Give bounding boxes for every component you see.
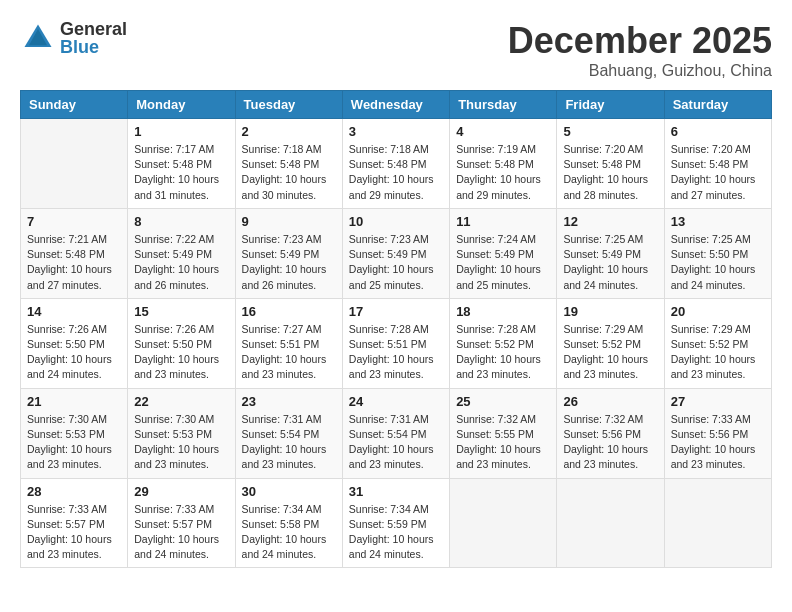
day-number: 15	[134, 304, 228, 319]
day-info: Sunrise: 7:20 AMSunset: 5:48 PMDaylight:…	[563, 142, 657, 203]
day-number: 4	[456, 124, 550, 139]
day-info: Sunrise: 7:30 AMSunset: 5:53 PMDaylight:…	[134, 412, 228, 473]
weekday-header: Tuesday	[235, 91, 342, 119]
day-number: 10	[349, 214, 443, 229]
weekday-header: Saturday	[664, 91, 771, 119]
day-info: Sunrise: 7:34 AMSunset: 5:59 PMDaylight:…	[349, 502, 443, 563]
calendar-day-cell: 8Sunrise: 7:22 AMSunset: 5:49 PMDaylight…	[128, 208, 235, 298]
weekday-header: Thursday	[450, 91, 557, 119]
calendar-day-cell: 18Sunrise: 7:28 AMSunset: 5:52 PMDayligh…	[450, 298, 557, 388]
day-number: 14	[27, 304, 121, 319]
calendar-day-cell: 6Sunrise: 7:20 AMSunset: 5:48 PMDaylight…	[664, 119, 771, 209]
day-info: Sunrise: 7:33 AMSunset: 5:57 PMDaylight:…	[134, 502, 228, 563]
day-number: 2	[242, 124, 336, 139]
day-number: 11	[456, 214, 550, 229]
calendar-week-row: 14Sunrise: 7:26 AMSunset: 5:50 PMDayligh…	[21, 298, 772, 388]
day-info: Sunrise: 7:31 AMSunset: 5:54 PMDaylight:…	[349, 412, 443, 473]
day-info: Sunrise: 7:23 AMSunset: 5:49 PMDaylight:…	[349, 232, 443, 293]
calendar-day-cell: 21Sunrise: 7:30 AMSunset: 5:53 PMDayligh…	[21, 388, 128, 478]
day-number: 30	[242, 484, 336, 499]
day-info: Sunrise: 7:18 AMSunset: 5:48 PMDaylight:…	[242, 142, 336, 203]
day-info: Sunrise: 7:20 AMSunset: 5:48 PMDaylight:…	[671, 142, 765, 203]
day-info: Sunrise: 7:25 AMSunset: 5:49 PMDaylight:…	[563, 232, 657, 293]
calendar-day-cell: 29Sunrise: 7:33 AMSunset: 5:57 PMDayligh…	[128, 478, 235, 568]
logo-icon	[20, 20, 56, 56]
calendar-day-cell: 19Sunrise: 7:29 AMSunset: 5:52 PMDayligh…	[557, 298, 664, 388]
calendar-day-cell: 5Sunrise: 7:20 AMSunset: 5:48 PMDaylight…	[557, 119, 664, 209]
calendar-week-row: 21Sunrise: 7:30 AMSunset: 5:53 PMDayligh…	[21, 388, 772, 478]
day-number: 19	[563, 304, 657, 319]
calendar-week-row: 1Sunrise: 7:17 AMSunset: 5:48 PMDaylight…	[21, 119, 772, 209]
location-title: Bahuang, Guizhou, China	[508, 62, 772, 80]
day-info: Sunrise: 7:25 AMSunset: 5:50 PMDaylight:…	[671, 232, 765, 293]
weekday-header: Wednesday	[342, 91, 449, 119]
day-info: Sunrise: 7:23 AMSunset: 5:49 PMDaylight:…	[242, 232, 336, 293]
day-info: Sunrise: 7:24 AMSunset: 5:49 PMDaylight:…	[456, 232, 550, 293]
day-number: 23	[242, 394, 336, 409]
day-number: 5	[563, 124, 657, 139]
calendar-day-cell: 25Sunrise: 7:32 AMSunset: 5:55 PMDayligh…	[450, 388, 557, 478]
day-number: 24	[349, 394, 443, 409]
day-number: 3	[349, 124, 443, 139]
day-info: Sunrise: 7:18 AMSunset: 5:48 PMDaylight:…	[349, 142, 443, 203]
day-number: 20	[671, 304, 765, 319]
calendar-day-cell: 9Sunrise: 7:23 AMSunset: 5:49 PMDaylight…	[235, 208, 342, 298]
title-area: December 2025 Bahuang, Guizhou, China	[508, 20, 772, 80]
day-number: 1	[134, 124, 228, 139]
month-title: December 2025	[508, 20, 772, 62]
weekday-header: Sunday	[21, 91, 128, 119]
calendar-day-cell: 27Sunrise: 7:33 AMSunset: 5:56 PMDayligh…	[664, 388, 771, 478]
calendar-day-cell: 12Sunrise: 7:25 AMSunset: 5:49 PMDayligh…	[557, 208, 664, 298]
day-number: 28	[27, 484, 121, 499]
calendar-day-cell: 30Sunrise: 7:34 AMSunset: 5:58 PMDayligh…	[235, 478, 342, 568]
day-number: 9	[242, 214, 336, 229]
calendar-day-cell: 23Sunrise: 7:31 AMSunset: 5:54 PMDayligh…	[235, 388, 342, 478]
calendar-day-cell: 2Sunrise: 7:18 AMSunset: 5:48 PMDaylight…	[235, 119, 342, 209]
day-info: Sunrise: 7:31 AMSunset: 5:54 PMDaylight:…	[242, 412, 336, 473]
day-info: Sunrise: 7:17 AMSunset: 5:48 PMDaylight:…	[134, 142, 228, 203]
day-info: Sunrise: 7:29 AMSunset: 5:52 PMDaylight:…	[671, 322, 765, 383]
calendar-day-cell: 15Sunrise: 7:26 AMSunset: 5:50 PMDayligh…	[128, 298, 235, 388]
calendar-day-cell: 14Sunrise: 7:26 AMSunset: 5:50 PMDayligh…	[21, 298, 128, 388]
logo-blue-text: Blue	[60, 38, 127, 56]
day-info: Sunrise: 7:33 AMSunset: 5:56 PMDaylight:…	[671, 412, 765, 473]
day-number: 12	[563, 214, 657, 229]
calendar-week-row: 28Sunrise: 7:33 AMSunset: 5:57 PMDayligh…	[21, 478, 772, 568]
calendar-day-cell	[21, 119, 128, 209]
calendar-header-row: SundayMondayTuesdayWednesdayThursdayFrid…	[21, 91, 772, 119]
calendar-day-cell: 4Sunrise: 7:19 AMSunset: 5:48 PMDaylight…	[450, 119, 557, 209]
calendar-day-cell: 13Sunrise: 7:25 AMSunset: 5:50 PMDayligh…	[664, 208, 771, 298]
day-info: Sunrise: 7:26 AMSunset: 5:50 PMDaylight:…	[134, 322, 228, 383]
day-info: Sunrise: 7:32 AMSunset: 5:55 PMDaylight:…	[456, 412, 550, 473]
calendar-table: SundayMondayTuesdayWednesdayThursdayFrid…	[20, 90, 772, 568]
day-number: 8	[134, 214, 228, 229]
day-number: 17	[349, 304, 443, 319]
weekday-header: Friday	[557, 91, 664, 119]
day-number: 13	[671, 214, 765, 229]
day-number: 18	[456, 304, 550, 319]
calendar-day-cell	[450, 478, 557, 568]
calendar-day-cell: 28Sunrise: 7:33 AMSunset: 5:57 PMDayligh…	[21, 478, 128, 568]
day-info: Sunrise: 7:22 AMSunset: 5:49 PMDaylight:…	[134, 232, 228, 293]
calendar-day-cell: 1Sunrise: 7:17 AMSunset: 5:48 PMDaylight…	[128, 119, 235, 209]
day-info: Sunrise: 7:21 AMSunset: 5:48 PMDaylight:…	[27, 232, 121, 293]
day-info: Sunrise: 7:34 AMSunset: 5:58 PMDaylight:…	[242, 502, 336, 563]
calendar-day-cell: 17Sunrise: 7:28 AMSunset: 5:51 PMDayligh…	[342, 298, 449, 388]
weekday-header: Monday	[128, 91, 235, 119]
day-info: Sunrise: 7:29 AMSunset: 5:52 PMDaylight:…	[563, 322, 657, 383]
calendar-day-cell: 7Sunrise: 7:21 AMSunset: 5:48 PMDaylight…	[21, 208, 128, 298]
day-number: 25	[456, 394, 550, 409]
day-info: Sunrise: 7:27 AMSunset: 5:51 PMDaylight:…	[242, 322, 336, 383]
day-number: 26	[563, 394, 657, 409]
day-info: Sunrise: 7:32 AMSunset: 5:56 PMDaylight:…	[563, 412, 657, 473]
calendar-day-cell: 16Sunrise: 7:27 AMSunset: 5:51 PMDayligh…	[235, 298, 342, 388]
day-info: Sunrise: 7:26 AMSunset: 5:50 PMDaylight:…	[27, 322, 121, 383]
calendar-day-cell	[664, 478, 771, 568]
day-number: 21	[27, 394, 121, 409]
logo: General Blue	[20, 20, 127, 56]
calendar-day-cell	[557, 478, 664, 568]
day-number: 31	[349, 484, 443, 499]
calendar-day-cell: 24Sunrise: 7:31 AMSunset: 5:54 PMDayligh…	[342, 388, 449, 478]
calendar-day-cell: 11Sunrise: 7:24 AMSunset: 5:49 PMDayligh…	[450, 208, 557, 298]
logo-text: General Blue	[60, 20, 127, 56]
